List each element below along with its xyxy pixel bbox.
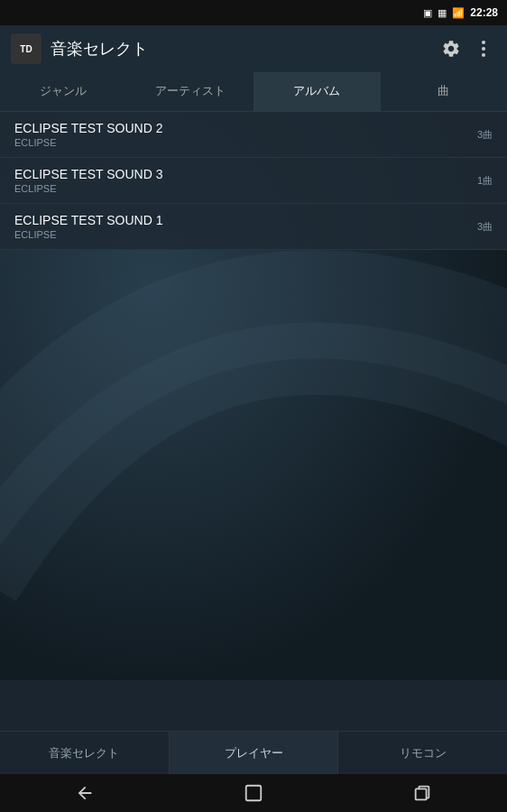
tab-artist[interactable]: アーティスト [127, 72, 254, 111]
album-artist-3: ECLIPSE [14, 229, 477, 240]
list-item[interactable]: ECLIPSE TEST SOUND 1 ECLIPSE 3曲 [0, 204, 507, 250]
notification-icon: ▣ [423, 7, 432, 19]
list-item-text: ECLIPSE TEST SOUND 1 ECLIPSE [14, 213, 477, 240]
svg-rect-3 [416, 789, 427, 799]
app-logo: TD [11, 33, 41, 64]
app-bar: TD 音楽セレクト [0, 25, 507, 72]
app-logo-text: TD [20, 44, 32, 54]
bottom-tab-remote[interactable]: リモコン [338, 732, 507, 774]
sim-icon: ▦ [438, 7, 447, 19]
list-item-text: ECLIPSE TEST SOUND 3 ECLIPSE [14, 167, 477, 194]
album-count-2: 1曲 [477, 174, 493, 188]
nav-bar [0, 774, 507, 812]
list-item[interactable]: ECLIPSE TEST SOUND 2 ECLIPSE 3曲 [0, 112, 507, 158]
album-count-3: 3曲 [477, 220, 493, 234]
home-button[interactable] [226, 777, 281, 809]
back-button[interactable] [58, 777, 112, 809]
album-artist-1: ECLIPSE [14, 137, 477, 148]
bottom-tab-bar: 音楽セレクト プレイヤー リモコン [0, 731, 507, 774]
svg-rect-2 [246, 786, 262, 801]
wifi-icon: 📶 [452, 7, 465, 19]
list-item-text: ECLIPSE TEST SOUND 2 ECLIPSE [14, 121, 477, 148]
album-title-3: ECLIPSE TEST SOUND 1 [14, 213, 477, 227]
list-item[interactable]: ECLIPSE TEST SOUND 3 ECLIPSE 1曲 [0, 158, 507, 204]
recent-apps-button[interactable] [395, 777, 449, 809]
album-count-1: 3曲 [477, 128, 493, 142]
settings-icon[interactable] [435, 32, 467, 65]
more-options-icon[interactable] [471, 32, 496, 65]
album-title-1: ECLIPSE TEST SOUND 2 [14, 121, 477, 135]
app-title: 音楽セレクト [51, 38, 435, 60]
status-bar: ▣ ▦ 📶 22:28 [0, 0, 507, 25]
status-time: 22:28 [470, 6, 498, 19]
tab-genre[interactable]: ジャンル [0, 72, 127, 111]
album-artist-2: ECLIPSE [14, 183, 477, 194]
bottom-tab-music-select[interactable]: 音楽セレクト [0, 732, 170, 774]
album-title-2: ECLIPSE TEST SOUND 3 [14, 167, 477, 181]
tab-album[interactable]: アルバム [254, 72, 381, 111]
bottom-tab-player[interactable]: プレイヤー [170, 732, 339, 774]
album-list: ECLIPSE TEST SOUND 2 ECLIPSE 3曲 ECLIPSE … [0, 112, 507, 250]
tab-song[interactable]: 曲 [381, 72, 508, 111]
tab-bar: ジャンル アーティスト アルバム 曲 [0, 72, 507, 112]
